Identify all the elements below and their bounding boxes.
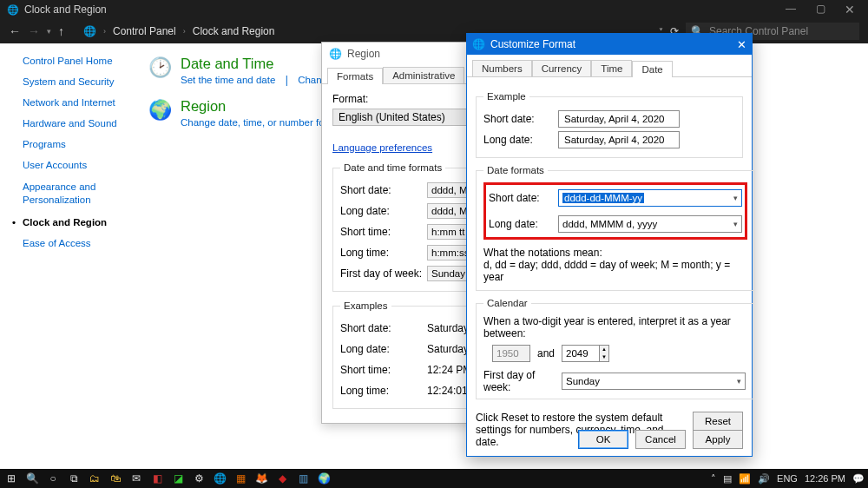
year-high-input[interactable] xyxy=(562,345,600,362)
ex-short-time: 12:24 PM xyxy=(427,364,471,376)
tab-formats[interactable]: Formats xyxy=(327,68,383,84)
customize-title-icon: 🌐 xyxy=(472,38,485,50)
clock-icon: 🕑 xyxy=(148,56,172,80)
tray-notifications-icon[interactable]: 💬 xyxy=(852,473,865,485)
sidebar-item-programs[interactable]: Programs xyxy=(23,139,148,149)
start-button[interactable]: ⊞ xyxy=(3,472,19,485)
tray-wifi-icon[interactable]: 📶 xyxy=(739,473,751,485)
short-date-value: dddd-dd-MMM-yy xyxy=(562,193,644,203)
sidebar: Control Panel Home System and Security N… xyxy=(0,43,148,469)
cust-first-day-label: First day of week: xyxy=(483,369,562,393)
highlight-box: Short date: dddd-dd-MMM-yy ▾ Long date: … xyxy=(483,182,747,240)
close-button[interactable]: ✕ xyxy=(835,3,865,16)
up-button[interactable]: ↑ xyxy=(58,24,64,38)
sidebar-item-clock-region[interactable]: Clock and Region xyxy=(23,217,148,228)
mail-icon[interactable]: ✉ xyxy=(128,472,144,485)
customize-dialog-title: Customize Format xyxy=(490,38,575,50)
example-legend: Example xyxy=(483,91,529,102)
spin-up[interactable]: ▲ xyxy=(600,346,608,353)
dt-legend: Date and time formats xyxy=(340,162,445,173)
year-and-label: and xyxy=(537,347,555,359)
notations-text: d, dd = day; ddd, dddd = day of week; M … xyxy=(483,259,747,283)
tray-up-icon[interactable]: ˄ xyxy=(711,473,716,485)
short-date-combo[interactable]: dddd-dd-MMM-yy ▾ xyxy=(558,189,742,207)
tab-numbers[interactable]: Numbers xyxy=(472,60,532,76)
customize-close-button[interactable]: ✕ xyxy=(737,38,746,51)
cust-long-date-label: Long date: xyxy=(483,134,558,146)
minimize-button[interactable]: — xyxy=(776,3,806,16)
date-formats-legend: Date formats xyxy=(483,165,548,175)
calendar-legend: Calendar xyxy=(483,298,531,308)
app-icon-5[interactable]: ◆ xyxy=(274,472,290,485)
date-formats-group: Date formats Short date: dddd-dd-MMM-yy … xyxy=(476,165,755,291)
year-low-input xyxy=(492,345,530,362)
app-icon-1[interactable]: ◧ xyxy=(149,472,165,485)
short-time-label: Short time: xyxy=(340,226,427,238)
forward-button[interactable]: → xyxy=(28,24,40,38)
long-date-value: dddd, MMMM d, yyyy xyxy=(562,219,657,229)
sidebar-home[interactable]: Control Panel Home xyxy=(23,56,148,66)
sidebar-item-users[interactable]: User Accounts xyxy=(23,160,148,170)
first-day-value: Sunday xyxy=(566,376,600,386)
cancel-button[interactable]: Cancel xyxy=(635,430,686,449)
example-group: Example Short date: Saturday, April 4, 2… xyxy=(476,91,743,158)
region-dialog-title: Region xyxy=(347,48,380,60)
globe-icon: 🌐 xyxy=(7,4,19,16)
taskbar: ⊞ 🔍 ○ ⧉ 🗂 🛍 ✉ ◧ ◪ ⚙ 🌐 ▦ 🦊 ◆ ▥ 🌍 ˄ ▤ 📶 🔊 … xyxy=(0,469,868,488)
app-icon-3[interactable]: ⚙ xyxy=(191,472,207,485)
breadcrumb-leaf[interactable]: Clock and Region xyxy=(193,25,275,37)
breadcrumb-root[interactable]: Control Panel xyxy=(113,25,176,37)
tab-administrative[interactable]: Administrative xyxy=(383,67,464,83)
sidebar-item-hardware[interactable]: Hardware and Sound xyxy=(23,118,148,129)
app-icon-4[interactable]: ▦ xyxy=(233,472,248,485)
short-date-label: Short date: xyxy=(340,184,427,196)
year-low-spin xyxy=(492,345,530,362)
cust-short-date-label: Short date: xyxy=(483,113,558,125)
tray-lang[interactable]: ENG xyxy=(777,473,798,484)
tray-volume-icon[interactable]: 🔊 xyxy=(758,473,770,485)
chevron-down-icon: ▾ xyxy=(737,377,741,386)
tab-currency[interactable]: Currency xyxy=(532,60,592,76)
sidebar-item-system[interactable]: System and Security xyxy=(23,76,148,87)
format-value: English (United States) xyxy=(339,111,445,123)
store-icon[interactable]: 🛍 xyxy=(108,472,123,485)
sidebar-item-ease[interactable]: Ease of Access xyxy=(23,238,148,248)
long-date-label: Long date: xyxy=(340,205,427,217)
breadcrumb-icon: 🌐 xyxy=(83,25,96,37)
two-digit-text: When a two-digit year is entered, interp… xyxy=(483,315,746,340)
first-day-combo[interactable]: Sunday ▾ xyxy=(562,373,746,390)
explorer-icon[interactable]: 🗂 xyxy=(87,472,102,485)
sidebar-item-appearance[interactable]: Appearance and Personalization xyxy=(23,181,148,207)
region-globe-icon: 🌍 xyxy=(148,98,172,122)
year-high-spin[interactable]: ▲▼ xyxy=(562,345,609,362)
long-date-combo[interactable]: dddd, MMMM d, yyyy ▾ xyxy=(558,215,742,233)
search-icon[interactable]: 🔍 xyxy=(24,472,40,485)
tray-time[interactable]: 12:26 PM xyxy=(805,473,845,484)
language-preferences-link[interactable]: Language preferences xyxy=(332,142,432,153)
customize-format-dialog: 🌐 Customize Format ✕ Numbers Currency Ti… xyxy=(466,33,753,457)
spin-down[interactable]: ▼ xyxy=(600,353,608,361)
app-icon-6[interactable]: ▥ xyxy=(295,472,311,485)
chrome-icon[interactable]: 🌐 xyxy=(212,472,227,485)
long-time-label: Long time: xyxy=(340,247,427,259)
task-view-icon[interactable]: ⧉ xyxy=(66,472,82,485)
app-icon-2[interactable]: ◪ xyxy=(170,472,186,485)
reset-button[interactable]: Reset xyxy=(693,412,743,431)
maximize-button[interactable]: ▢ xyxy=(806,3,835,16)
apply-button[interactable]: Apply xyxy=(693,430,743,449)
window-titlebar: 🌐 Clock and Region — ▢ ✕ xyxy=(0,0,868,19)
cortana-icon[interactable]: ○ xyxy=(45,472,61,485)
set-time-link[interactable]: Set the time and date xyxy=(181,75,275,85)
tab-time[interactable]: Time xyxy=(591,60,632,76)
tray-network-icon[interactable]: ▤ xyxy=(723,473,732,485)
back-button[interactable]: ← xyxy=(9,24,21,38)
chevron-down-icon: ▾ xyxy=(733,220,738,228)
region-title-icon: 🌐 xyxy=(329,48,342,60)
tab-date[interactable]: Date xyxy=(632,61,672,77)
app-icon-7[interactable]: 🌍 xyxy=(316,472,332,485)
ok-button[interactable]: OK xyxy=(578,430,628,449)
examples-legend: Examples xyxy=(340,300,391,311)
notations-heading: What the notations mean: xyxy=(483,247,747,259)
firefox-icon[interactable]: 🦊 xyxy=(253,472,269,485)
sidebar-item-network[interactable]: Network and Internet xyxy=(23,97,148,108)
